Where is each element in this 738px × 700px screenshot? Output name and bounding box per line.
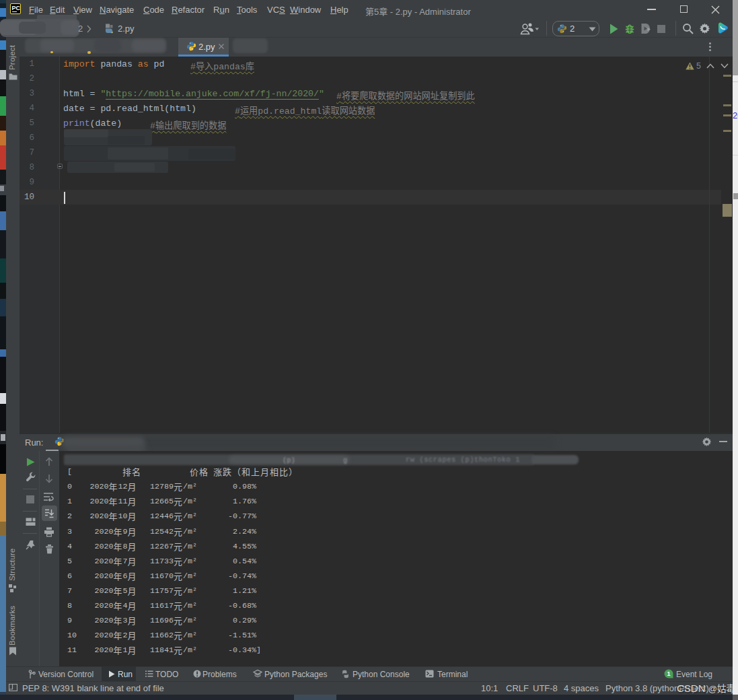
svg-text:1: 1: [667, 670, 670, 677]
